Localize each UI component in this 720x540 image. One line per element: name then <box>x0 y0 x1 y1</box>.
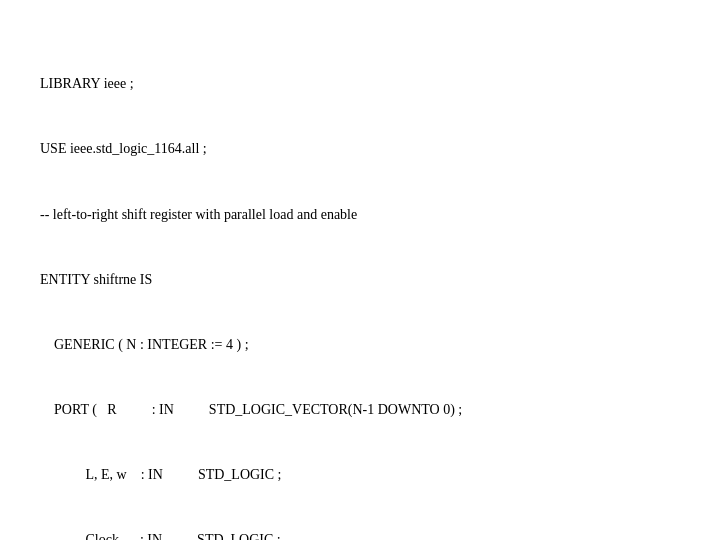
code-line-5: GENERIC ( N : INTEGER := 4 ) ; <box>40 334 680 356</box>
code-line-6: PORT ( R : IN STD_LOGIC_VECTOR(N-1 DOWNT… <box>40 399 680 421</box>
code-line-8: Clock : IN STD_LOGIC ; <box>40 529 680 540</box>
main-content: LIBRARY ieee ; USE ieee.std_logic_1164.a… <box>0 0 720 540</box>
code-line-7: L, E, w : IN STD_LOGIC ; <box>40 464 680 486</box>
code-line-3: -- left-to-right shift register with par… <box>40 204 680 226</box>
code-line-4: ENTITY shiftrne IS <box>40 269 680 291</box>
code-line-1: LIBRARY ieee ; <box>40 73 680 95</box>
code-line-2: USE ieee.std_logic_1164.all ; <box>40 138 680 160</box>
code-block: LIBRARY ieee ; USE ieee.std_logic_1164.a… <box>40 30 680 540</box>
